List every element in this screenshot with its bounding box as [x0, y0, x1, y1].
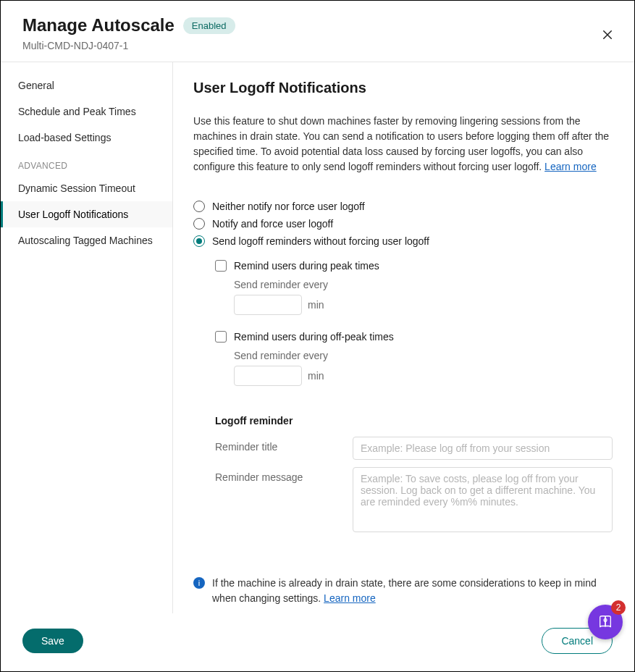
radio-icon — [193, 235, 205, 247]
checkbox-icon — [215, 260, 227, 272]
reminder-title-label: Reminder title — [215, 437, 338, 453]
content: User Logoff Notifications Use this featu… — [173, 62, 634, 613]
peak-interval-input[interactable] — [234, 295, 302, 315]
page-subtitle: Multi-CMD-NDJ-0407-1 — [22, 40, 613, 51]
learn-more-link[interactable]: Learn more — [544, 161, 597, 172]
sidebar-item-autoscale-tagged[interactable]: Autoscaling Tagged Machines — [1, 227, 172, 253]
logoff-radio-group: Neither notify nor force user logoff Not… — [193, 198, 613, 250]
logoff-reminder-heading: Logoff reminder — [215, 415, 613, 427]
sidebar-item-user-logoff[interactable]: User Logoff Notifications — [1, 201, 172, 227]
sidebar-item-load[interactable]: Load-based Settings — [1, 125, 172, 151]
page-title: Manage Autoscale — [22, 15, 174, 35]
fab-badge: 2 — [611, 600, 626, 615]
peak-checkbox-row[interactable]: Remind users during peak times — [215, 260, 613, 272]
book-lightbulb-icon — [597, 614, 613, 630]
checkbox-icon — [215, 331, 227, 343]
sidebar-item-dynamic-timeout[interactable]: Dynamic Session Timeout — [1, 175, 172, 201]
radio-option-notify-force[interactable]: Notify and force user logoff — [193, 215, 613, 232]
peak-interval-label: Send reminder every — [234, 279, 613, 290]
save-button[interactable]: Save — [22, 629, 83, 653]
sidebar-item-schedule[interactable]: Schedule and Peak Times — [1, 98, 172, 125]
reminder-title-input[interactable] — [353, 437, 613, 460]
reminder-message-label: Reminder message — [215, 467, 338, 483]
status-badge: Enabled — [183, 17, 235, 34]
radio-option-remind-only[interactable]: Send logoff reminders without forcing us… — [193, 232, 613, 250]
reminder-message-input[interactable] — [353, 467, 613, 532]
offpeak-checkbox-row[interactable]: Remind users during off-peak times — [215, 331, 613, 343]
sidebar-item-general[interactable]: General — [1, 72, 172, 98]
section-title: User Logoff Notifications — [193, 80, 613, 96]
offpeak-interval-label: Send reminder every — [234, 350, 613, 361]
radio-icon — [193, 218, 205, 230]
sidebar-section-advanced: ADVANCED — [1, 151, 172, 175]
radio-icon — [193, 201, 205, 212]
close-button[interactable] — [598, 25, 617, 44]
info-icon: i — [193, 577, 205, 589]
footer: Save Cancel — [1, 613, 634, 671]
peak-interval-unit: min — [308, 299, 324, 311]
offpeak-interval-input[interactable] — [234, 366, 302, 386]
close-icon — [601, 28, 614, 41]
header: Manage Autoscale Enabled Multi-CMD-NDJ-0… — [1, 1, 634, 62]
sidebar: General Schedule and Peak Times Load-bas… — [1, 62, 173, 613]
offpeak-interval-unit: min — [308, 370, 324, 382]
info-box: i If the machine is already in drain sta… — [193, 554, 613, 606]
info-learn-more-link[interactable]: Learn more — [324, 592, 376, 604]
section-description: Use this feature to shut down machines f… — [193, 114, 613, 175]
radio-option-none[interactable]: Neither notify nor force user logoff — [193, 198, 613, 215]
help-fab[interactable]: 2 — [588, 605, 623, 639]
